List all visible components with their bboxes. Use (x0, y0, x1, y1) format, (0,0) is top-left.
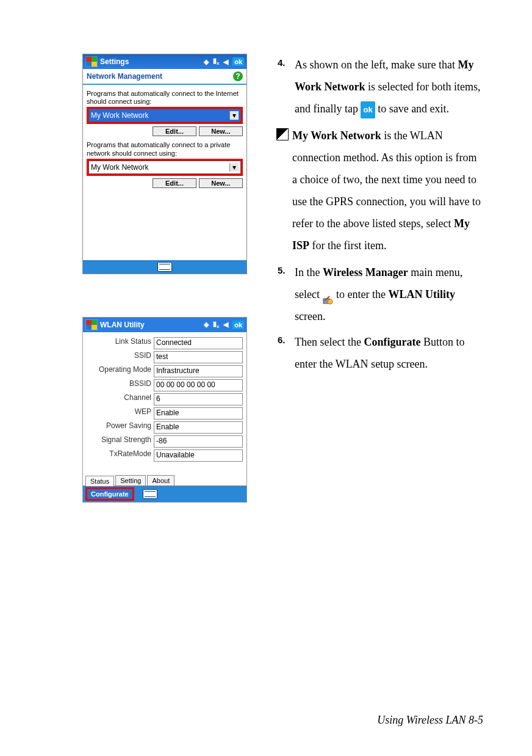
section-title: Network Management (87, 72, 162, 81)
dropdown-icon: ▾ (229, 163, 239, 172)
value-wep: Enable (154, 407, 243, 420)
tab-setting[interactable]: Setting (115, 475, 146, 485)
step-number: 6. (278, 331, 289, 375)
value-link-status: Connected (154, 337, 243, 349)
step-6: 6. Then select the Configurate Button to… (278, 331, 483, 375)
value-power: Enable (154, 421, 243, 434)
titlebar: WLAN Utility ◈ ▮x ◀ ok (83, 318, 246, 332)
note: My Work Network is the WLAN connection m… (276, 125, 483, 256)
step-number: 4. (278, 54, 289, 120)
highlight-box-2: My Work Network ▾ (87, 159, 243, 176)
tab-status[interactable]: Status (85, 476, 114, 486)
label-ssid: SSID (84, 351, 151, 363)
value-signal: -86 (154, 435, 243, 448)
signal-icon: ▮x (211, 320, 221, 329)
bottom-bar (83, 260, 246, 274)
select-internet-value: My Work Network (91, 111, 148, 120)
titlebar: Settings ◈ ▮x ◀ ok (83, 54, 246, 69)
keyboard-icon[interactable] (143, 489, 157, 499)
help-icon[interactable]: ? (233, 71, 243, 81)
new-button-2[interactable]: New... (199, 178, 243, 188)
screenshot-network-management: Settings ◈ ▮x ◀ ok Network Management ? … (82, 54, 247, 274)
ok-button[interactable]: ok (232, 57, 244, 66)
keyboard-icon[interactable] (157, 262, 172, 272)
value-ssid: test (154, 351, 243, 363)
label-private: Programs that automatically connect to a… (87, 141, 243, 157)
note-icon (276, 128, 289, 140)
tab-about[interactable]: About (147, 475, 174, 485)
highlight-box-1: My Work Network ▾ (87, 107, 243, 124)
select-internet[interactable]: My Work Network ▾ (88, 109, 241, 122)
titlebar-title: Settings (100, 57, 129, 66)
label-wep: WEP (84, 407, 151, 420)
select-private[interactable]: My Work Network ▾ (88, 161, 241, 174)
label-bssid: BSSID (84, 379, 151, 391)
instruction-text: 4. As shown on the left, make sure that … (278, 54, 483, 503)
value-op-mode: Infrastructure (154, 365, 243, 377)
value-bssid: 00 00 00 00 00 00 (154, 379, 243, 391)
ok-button[interactable]: ok (232, 321, 244, 329)
select-private-value: My Work Network (91, 163, 148, 172)
label-channel: Channel (84, 393, 151, 405)
start-icon (85, 319, 98, 330)
new-button-1[interactable]: New... (199, 126, 243, 136)
titlebar-title: WLAN Utility (100, 321, 145, 329)
page-footer: Using Wireless LAN 8-5 (377, 714, 483, 727)
section-header: Network Management ? (83, 69, 246, 85)
signal-icon: ▮x (211, 57, 221, 66)
step-4: 4. As shown on the left, make sure that … (278, 54, 483, 120)
label-txrate: TxRateMode (84, 449, 151, 462)
start-icon (85, 56, 98, 67)
step-5: 5. In the Wireless Manager main menu, se… (278, 261, 483, 327)
tabs: Status Setting About (83, 465, 246, 486)
value-channel: 6 (154, 393, 243, 405)
step-number: 5. (278, 261, 289, 327)
edit-button-1[interactable]: Edit... (153, 126, 196, 136)
volume-icon: ◀ (221, 321, 231, 329)
value-txrate: Unavailable (154, 449, 243, 462)
label-link-status: Link Status (84, 337, 151, 349)
label-signal: Signal Strength (84, 435, 151, 448)
wifi-icon: ◈ (201, 58, 211, 66)
label-power: Power Saving (84, 421, 151, 434)
configurate-button[interactable]: Configurate (85, 487, 134, 501)
volume-icon: ◀ (221, 58, 231, 66)
wifi-icon: ◈ (201, 321, 211, 329)
dropdown-icon: ▾ (229, 111, 239, 120)
label-op-mode: Operating Mode (84, 365, 151, 377)
ok-icon: ok (361, 101, 375, 118)
label-internet: Programs that automatically connect to t… (87, 90, 243, 106)
edit-button-2[interactable]: Edit... (153, 178, 196, 188)
bottom-bar: Configurate (83, 486, 246, 502)
screenshot-wlan-utility: WLAN Utility ◈ ▮x ◀ ok Link Status Conne… (82, 317, 247, 503)
wlan-utility-icon (322, 290, 333, 301)
svg-point-1 (328, 299, 332, 304)
